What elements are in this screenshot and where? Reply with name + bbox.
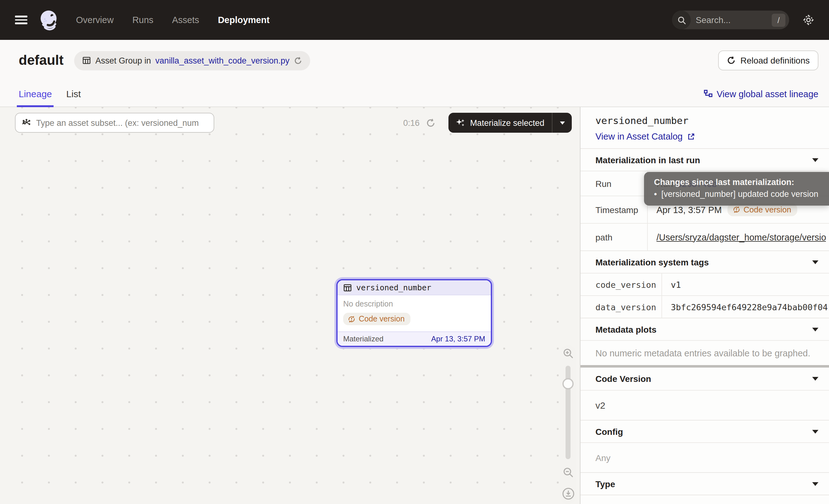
asset-details-sidebar: versioned_number View in Asset Catalog M… (580, 107, 829, 504)
section-label: Type (596, 479, 615, 489)
search-input[interactable] (691, 15, 772, 25)
tag-value: v1 (662, 274, 829, 295)
nav-item-overview[interactable]: Overview (76, 15, 114, 25)
zoom-slider[interactable] (566, 366, 571, 459)
code-version-badge-label: Code version (359, 315, 404, 323)
path-row-label: path (580, 224, 648, 250)
section-label: Metadata plots (596, 324, 656, 334)
chevron-down-icon (812, 377, 819, 381)
main-content: 0:16 Materialize selected (0, 107, 829, 504)
run-row-label: Run (580, 171, 648, 195)
section-label: Config (596, 426, 623, 436)
chevron-down-icon (812, 260, 819, 264)
chevron-down-icon (812, 158, 819, 162)
metadata-plots-empty-text: No numeric metadata entries available to… (580, 340, 829, 365)
global-lineage-label: View global asset lineage (717, 89, 819, 99)
reload-definitions-label: Reload definitions (740, 56, 810, 65)
chevron-down-icon (560, 121, 565, 124)
tab-list[interactable]: List (66, 81, 81, 107)
materialize-selected-label: Materialize selected (470, 118, 544, 128)
download-graph-icon[interactable] (562, 487, 575, 500)
asset-subset-filter[interactable] (15, 113, 214, 133)
asset-node-body: No description Code version (337, 295, 491, 331)
nav-item-deployment[interactable]: Deployment (218, 15, 270, 25)
page-title: default (19, 52, 64, 69)
app-window: Overview Runs Assets Deployment / (0, 0, 829, 504)
section-divider (580, 365, 829, 367)
section-label: Materialization in last run (596, 155, 700, 165)
section-materialization-in-last-run[interactable]: Materialization in last run (580, 148, 829, 171)
view-global-asset-lineage-link[interactable]: View global asset lineage (704, 89, 819, 99)
tag-row-code-version: code_version v1 (580, 273, 829, 295)
section-label: Materialization system tags (596, 257, 709, 267)
settings-gear-icon[interactable] (803, 14, 814, 26)
asset-group-file-link[interactable]: vanilla_asset_with_code_version.py (155, 56, 290, 65)
zoom-in-icon[interactable] (562, 348, 574, 359)
reload-definitions-button[interactable]: Reload definitions (718, 50, 819, 70)
asset-node-name: versioned_number (356, 283, 431, 292)
code-version-sync-icon (348, 315, 356, 323)
code-version-value: v2 (580, 390, 829, 420)
search-shortcut-badge: / (772, 13, 785, 27)
asset-group-prefix: Asset Group in (95, 56, 151, 65)
global-search[interactable]: / (672, 10, 789, 29)
zoom-out-icon[interactable] (562, 467, 574, 478)
section-materialization-system-tags[interactable]: Materialization system tags (580, 250, 829, 273)
asset-node-header: versioned_number (337, 280, 491, 295)
materialize-selected-button[interactable]: Materialize selected (448, 118, 552, 128)
tooltip-bullet: • (654, 189, 657, 199)
section-code-version[interactable]: Code Version (580, 367, 829, 390)
timestamp-value: Apr 13, 3:57 PM (656, 205, 722, 215)
external-link-icon (687, 132, 695, 141)
asset-group-icon (82, 56, 91, 65)
asset-node-materialized-time[interactable]: Apr 13, 3:57 PM (431, 334, 485, 343)
nav-item-assets[interactable]: Assets (172, 15, 199, 25)
graph-toolbar: 0:16 Materialize selected (15, 113, 572, 133)
asset-node-description: No description (343, 300, 485, 309)
graph-toolbar-right: 0:16 Materialize selected (403, 113, 572, 133)
asset-group-breadcrumb: Asset Group in vanilla_asset_with_code_v… (74, 51, 310, 70)
changes-tooltip: Changes since last materialization: • [v… (644, 172, 829, 206)
code-version-badge-label: Code version (744, 205, 791, 214)
group-refresh-icon[interactable] (294, 57, 302, 65)
table-icon (343, 283, 352, 292)
graph-zoom-controls (560, 345, 576, 504)
tag-row-data-version: data_version 3bfc269594ef649228e9a74bab0… (580, 295, 829, 318)
graph-refresh-icon[interactable] (426, 118, 435, 128)
section-config[interactable]: Config (580, 420, 829, 442)
code-version-badge: Code version (343, 313, 410, 325)
sparkles-icon (455, 118, 465, 128)
dagster-logo[interactable] (37, 9, 60, 31)
nav-item-runs[interactable]: Runs (132, 15, 153, 25)
refresh-timer: 0:16 (403, 118, 420, 128)
top-navbar: Overview Runs Assets Deployment / (0, 0, 829, 40)
dagster-logo-icon (37, 9, 60, 31)
zoom-slider-handle[interactable] (563, 378, 574, 389)
navbar-right: / (672, 10, 814, 29)
asset-subset-input[interactable] (36, 118, 207, 128)
chevron-down-icon (812, 327, 819, 331)
chevron-down-icon (812, 430, 819, 433)
path-link[interactable]: /Users/sryza/dagster_home/storage/versio (656, 232, 826, 242)
section-type[interactable]: Type (580, 472, 829, 495)
view-in-asset-catalog-link[interactable]: View in Asset Catalog (596, 132, 695, 141)
code-version-sync-icon (732, 206, 741, 214)
lineage-graph-canvas[interactable]: 0:16 Materialize selected (0, 107, 580, 504)
materialize-selected-split-button: Materialize selected (448, 113, 572, 133)
asset-node-footer: Materialized Apr 13, 3:57 PM (337, 331, 491, 346)
reload-icon (726, 56, 735, 65)
sidebar-asset-name: versioned_number (596, 115, 819, 127)
section-metadata-plots[interactable]: Metadata plots (580, 318, 829, 340)
asset-node-versioned-number[interactable]: versioned_number No description Code ver… (336, 279, 492, 347)
section-label: Code Version (596, 374, 651, 384)
view-in-asset-catalog-label: View in Asset Catalog (596, 132, 683, 141)
tab-list-label: List (66, 88, 81, 99)
tab-lineage[interactable]: Lineage (19, 81, 52, 107)
search-icon (672, 10, 691, 29)
view-tabs: Lineage List View global asset lineage (0, 81, 829, 107)
primary-nav: Overview Runs Assets Deployment (76, 15, 270, 25)
hamburger-menu-icon[interactable] (15, 15, 27, 24)
tooltip-title: Changes since last materialization: (654, 178, 822, 187)
tooltip-item-text: [versioned_number] updated code version (661, 189, 818, 199)
materialize-dropdown-button[interactable] (552, 121, 572, 124)
